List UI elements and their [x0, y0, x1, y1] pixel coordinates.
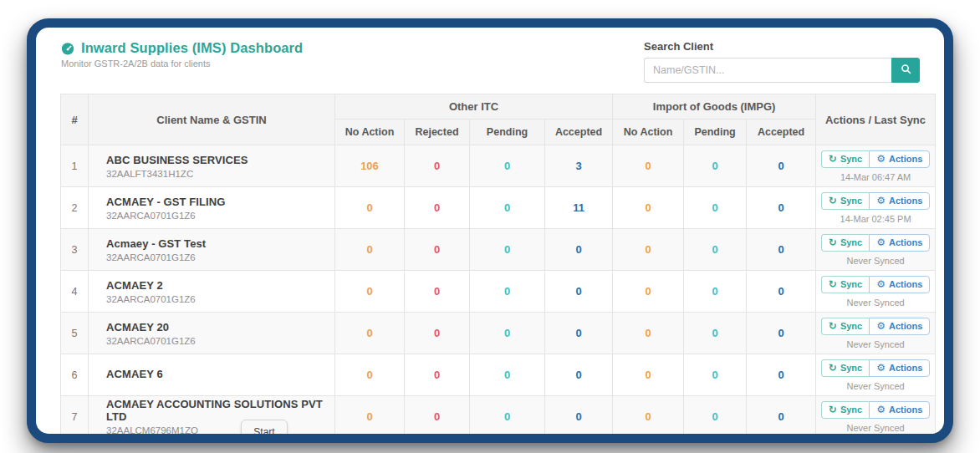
search-button[interactable] — [891, 58, 920, 83]
impg-accepted-value: 0 — [747, 271, 816, 313]
dashboard-gauge-icon — [60, 41, 75, 56]
other-itc-accepted-value: 3 — [545, 145, 613, 187]
page-subtitle: Monitor GSTR-2A/2B data for clients — [61, 59, 303, 69]
sync-button-label: Sync — [840, 196, 862, 206]
client-cell: ACMAEY 2 32AARCA0701G1Z6 — [89, 271, 335, 313]
cogs-icon: ⚙ — [876, 363, 886, 373]
actions-cell: ↻Sync ⚙Actions Never Synced — [816, 354, 936, 396]
last-sync-text: Never Synced — [816, 423, 935, 433]
sync-button[interactable]: ↻Sync — [821, 318, 869, 335]
actions-button-label: Actions — [889, 363, 922, 373]
cogs-icon: ⚙ — [876, 321, 886, 331]
actions-button[interactable]: ⚙Actions — [869, 318, 930, 335]
client-name: ACMAEY 20 — [106, 321, 334, 333]
client-cell: ACMAEY 6 — [89, 354, 335, 396]
other-itc-pending-value: 0 — [470, 354, 545, 396]
row-index: 3 — [61, 229, 89, 271]
row-index: 6 — [61, 354, 89, 396]
refresh-icon: ↻ — [829, 279, 837, 289]
refresh-icon: ↻ — [829, 321, 837, 331]
client-cell: ABC BUSINESS SERVICES 32AALFT3431H1ZC — [89, 145, 335, 187]
header-group-other-itc: Other ITC — [335, 94, 613, 120]
other-itc-rejected-value: 0 — [405, 313, 470, 354]
header-group-impg: Import of Goods (IMPG) — [613, 94, 816, 120]
sync-button[interactable]: ↻Sync — [821, 401, 869, 419]
client-gstin: 32AARCA0701G1Z6 — [106, 294, 334, 304]
actions-button[interactable]: ⚙Actions — [869, 276, 930, 293]
other-itc-accepted-value: 0 — [545, 271, 613, 313]
other-itc-accepted-value: 0 — [545, 313, 613, 354]
impg-no-action-value: 0 — [613, 313, 684, 354]
client-name: ABC BUSINESS SERVICES — [106, 154, 334, 166]
other-itc-rejected-value: 0 — [405, 187, 470, 229]
impg-pending-value: 0 — [684, 187, 747, 229]
refresh-icon: ↻ — [829, 363, 837, 373]
table-row: 6 ACMAEY 6 0 0 0 0 0 0 0 ↻Sync ⚙Actions — [61, 354, 936, 396]
actions-button[interactable]: ⚙Actions — [869, 234, 930, 252]
impg-no-action-value: 0 — [613, 271, 684, 313]
sync-button-label: Sync — [840, 279, 862, 289]
other-itc-accepted-value: 11 — [545, 187, 613, 229]
impg-no-action-value: 0 — [613, 354, 684, 396]
actions-button[interactable]: ⚙Actions — [869, 150, 930, 168]
sync-button[interactable]: ↻Sync — [821, 359, 869, 377]
other-itc-pending-value: 0 — [470, 396, 545, 438]
impg-pending-value: 0 — [684, 396, 747, 438]
sync-button-label: Sync — [840, 237, 862, 247]
client-gstin: 32AARCA0701G1Z6 — [106, 252, 334, 262]
impg-no-action-value: 0 — [613, 229, 684, 271]
actions-button[interactable]: ⚙Actions — [869, 359, 930, 377]
last-sync-text: Never Synced — [816, 256, 935, 266]
other-itc-rejected-value: 0 — [405, 145, 470, 187]
header-impg-accepted: Accepted — [747, 120, 816, 145]
impg-pending-value: 0 — [684, 229, 747, 271]
client-cell: ACMAEY ACCOUNTING SOLUTIONS PVT LTD 32AA… — [89, 396, 335, 438]
page-title: Inward Supplies (IMS) Dashboard — [81, 40, 303, 56]
title-block: Inward Supplies (IMS) Dashboard Monitor … — [60, 40, 303, 69]
row-index: 1 — [61, 145, 89, 187]
refresh-icon: ↻ — [829, 237, 837, 247]
other-itc-rejected-value: 0 — [405, 396, 470, 438]
other-itc-rejected-value: 0 — [405, 229, 470, 271]
table-row: 4 ACMAEY 2 32AARCA0701G1Z6 0 0 0 0 0 0 0… — [61, 271, 936, 313]
client-name: ACMAEY 6 — [106, 368, 334, 380]
header-impg-no-action: No Action — [613, 120, 684, 145]
header-index: # — [61, 94, 89, 145]
impg-pending-value: 0 — [684, 354, 747, 396]
actions-button-label: Actions — [889, 405, 922, 415]
sync-button[interactable]: ↻Sync — [821, 276, 869, 293]
other-itc-pending-value: 0 — [470, 271, 545, 313]
client-gstin: 32AARCA0701G1Z6 — [106, 211, 334, 221]
start-tooltip[interactable]: Start — [241, 420, 288, 443]
other-itc-no-action-value: 0 — [335, 313, 405, 354]
cogs-icon: ⚙ — [876, 196, 886, 206]
refresh-icon: ↻ — [829, 196, 837, 206]
actions-button-label: Actions — [889, 154, 922, 164]
table-row: 5 ACMAEY 20 32AARCA0701G1Z6 0 0 0 0 0 0 … — [61, 313, 936, 354]
header-other-itc-rejected: Rejected — [405, 120, 470, 145]
client-name: Acmaey - GST Test — [106, 237, 334, 250]
impg-accepted-value: 0 — [747, 396, 816, 438]
impg-no-action-value: 0 — [613, 396, 684, 438]
app-window: Inward Supplies (IMS) Dashboard Monitor … — [27, 18, 953, 443]
other-itc-pending-value: 0 — [470, 229, 545, 271]
other-itc-pending-value: 0 — [470, 145, 545, 187]
header-other-itc-pending: Pending — [470, 120, 545, 145]
refresh-icon: ↻ — [829, 154, 837, 164]
sync-button[interactable]: ↻Sync — [821, 192, 869, 210]
actions-button[interactable]: ⚙Actions — [869, 192, 930, 210]
sync-button[interactable]: ↻Sync — [821, 234, 869, 252]
client-name: ACMAEY ACCOUNTING SOLUTIONS PVT LTD — [106, 398, 334, 423]
search-input[interactable] — [644, 58, 891, 83]
actions-button[interactable]: ⚙Actions — [869, 401, 930, 419]
impg-accepted-value: 0 — [747, 229, 816, 271]
header-client-name: Client Name & GSTIN — [89, 94, 335, 145]
row-index: 7 — [61, 396, 89, 438]
sync-button-label: Sync — [840, 321, 862, 331]
table-row: 1 ABC BUSINESS SERVICES 32AALFT3431H1ZC … — [61, 145, 936, 187]
sync-button[interactable]: ↻Sync — [821, 150, 869, 168]
actions-button-label: Actions — [889, 196, 922, 206]
impg-no-action-value: 0 — [613, 187, 684, 229]
row-index: 5 — [61, 313, 89, 354]
header-impg-pending: Pending — [684, 120, 747, 145]
